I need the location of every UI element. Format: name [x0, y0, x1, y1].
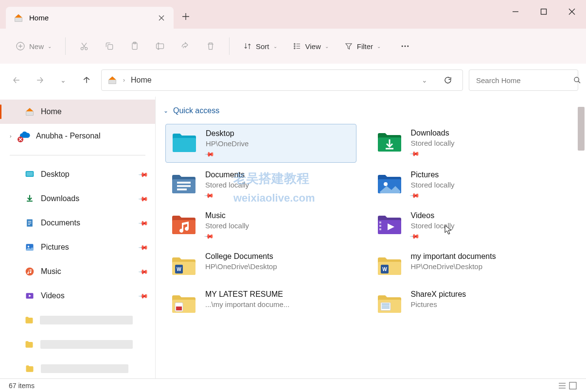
status-bar: 67 items: [0, 378, 586, 392]
grid-item[interactable]: DocumentsStored locally📌: [165, 166, 356, 204]
svg-rect-33: [379, 222, 381, 223]
sidebar-item-pictures[interactable]: Pictures📌: [0, 235, 155, 259]
svg-point-21: [26, 268, 34, 276]
forward-button[interactable]: [31, 71, 49, 89]
sort-button[interactable]: Sort ⌄: [237, 35, 283, 57]
refresh-button[interactable]: [439, 71, 457, 89]
chevron-down-icon: ⌄: [273, 44, 277, 49]
sidebar-folder[interactable]: [0, 332, 155, 357]
search-input[interactable]: [476, 76, 568, 85]
address-bar[interactable]: › Home ⌄: [101, 69, 463, 91]
grid-item[interactable]: PicturesStored locally📌: [371, 166, 562, 204]
documents-icon: [24, 218, 35, 228]
pdf-folder-icon: [170, 289, 197, 316]
sidebar-item-downloads[interactable]: Downloads📌: [0, 187, 155, 211]
svg-rect-47: [382, 304, 390, 305]
pin-icon: 📌: [138, 242, 149, 253]
new-button[interactable]: New ⌄: [10, 35, 57, 57]
svg-point-20: [28, 246, 29, 247]
home-icon: [24, 106, 35, 117]
cut-button[interactable]: [73, 35, 95, 57]
svg-point-8: [294, 43, 295, 44]
home-icon: [107, 75, 117, 85]
svg-point-11: [402, 46, 403, 47]
item-location: ...\my important docume...: [205, 300, 352, 308]
view-button[interactable]: View ⌄: [287, 35, 335, 57]
desktop-icon: [24, 169, 35, 180]
pin-icon: 📌: [204, 231, 214, 242]
svg-rect-50: [569, 382, 576, 389]
grid-item[interactable]: DownloadsStored locally📌: [371, 124, 562, 163]
documents-folder-icon: [170, 170, 197, 197]
item-name: Pictures: [411, 170, 557, 179]
pin-icon: 📌: [409, 190, 420, 201]
item-location: Stored locally: [411, 139, 557, 147]
sidebar-item-videos[interactable]: Videos📌: [0, 284, 155, 308]
item-location: Stored locally: [205, 181, 352, 189]
new-tab-button[interactable]: [174, 4, 198, 29]
sidebar-item-music[interactable]: Music📌: [0, 259, 155, 284]
svg-rect-23: [173, 138, 196, 152]
grid-item[interactable]: MusicStored locally📌: [165, 206, 356, 244]
sidebar-folder[interactable]: [0, 308, 155, 332]
recent-button[interactable]: ⌄: [54, 71, 72, 89]
tab-home[interactable]: Home: [6, 7, 174, 29]
navbar: ⌄ › Home ⌄: [0, 64, 586, 97]
more-button[interactable]: [394, 35, 416, 57]
sidebar-item-documents[interactable]: Documents📌: [0, 211, 155, 235]
address-dropdown-button[interactable]: ⌄: [416, 71, 433, 89]
section-quick-access[interactable]: ⌄ Quick access: [163, 106, 581, 115]
pin-icon: 📌: [138, 193, 149, 204]
folder-icon: [24, 339, 35, 350]
grid-item[interactable]: MY LATEST RESUME...\my important docume.…: [165, 285, 356, 320]
breadcrumb-current[interactable]: Home: [131, 76, 152, 85]
expand-icon[interactable]: ›: [10, 133, 12, 139]
chevron-down-icon: ⌄: [48, 44, 52, 49]
search-icon: [573, 76, 581, 84]
grid-item[interactable]: ShareX picturesPictures: [371, 285, 562, 320]
grid-item[interactable]: Wmy important documentsHP\OneDrive\Deskt…: [371, 247, 562, 282]
grid-item[interactable]: DesktopHP\OneDrive📌: [165, 124, 356, 163]
pin-icon: 📌: [138, 290, 149, 301]
close-tab-button[interactable]: [154, 11, 169, 25]
svg-point-14: [574, 77, 579, 82]
grid-item[interactable]: VideosStored locally📌: [371, 206, 562, 244]
delete-button[interactable]: [200, 35, 221, 57]
thumbnails-view-button[interactable]: [568, 381, 577, 390]
details-view-button[interactable]: [558, 381, 567, 390]
maximize-button[interactable]: [530, 0, 558, 23]
up-button[interactable]: [78, 71, 95, 89]
close-window-button[interactable]: [558, 0, 586, 23]
search-box[interactable]: [469, 69, 578, 91]
item-name: Desktop: [206, 129, 351, 138]
chevron-down-icon: ⌄: [325, 44, 329, 49]
rename-button[interactable]: [149, 35, 171, 57]
item-count: 67 items: [9, 382, 35, 390]
item-name: my important documents: [411, 252, 557, 261]
svg-rect-26: [177, 182, 191, 184]
toolbar: New ⌄ Sort ⌄ View ⌄ Filter ⌄: [0, 29, 586, 64]
sidebar-home[interactable]: Home: [0, 100, 155, 124]
pictures-folder-icon: [376, 170, 403, 197]
item-location: Stored locally: [411, 222, 557, 230]
paste-button[interactable]: [124, 35, 145, 57]
svg-rect-17: [26, 172, 33, 176]
item-name: Documents: [205, 170, 352, 179]
minimize-button[interactable]: [501, 0, 530, 23]
sidebar-item-desktop[interactable]: Desktop📌: [0, 162, 155, 187]
folder-icon: [24, 363, 35, 374]
scrollbar-thumb[interactable]: [578, 107, 585, 151]
filter-button[interactable]: Filter ⌄: [338, 35, 387, 57]
sidebar-onedrive[interactable]: › Anubha - Personal: [0, 124, 155, 148]
pin-icon: 📌: [204, 149, 215, 160]
share-button[interactable]: [175, 35, 196, 57]
doc-folder-icon: W: [170, 251, 197, 278]
sidebar-folder[interactable]: [0, 357, 155, 378]
item-name: Downloads: [411, 129, 557, 137]
item-name: College Documents: [205, 252, 352, 261]
svg-rect-48: [382, 306, 390, 307]
item-location: Stored locally: [411, 181, 557, 189]
grid-item[interactable]: WCollege DocumentsHP\OneDrive\Desktop: [165, 247, 356, 282]
back-button[interactable]: [8, 71, 25, 89]
copy-button[interactable]: [99, 35, 120, 57]
